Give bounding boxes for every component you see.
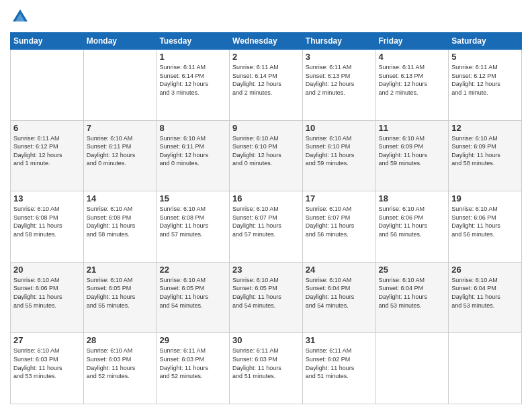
calendar-cell: 27Sunrise: 6:10 AM Sunset: 6:03 PM Dayli… xyxy=(11,333,84,404)
calendar-cell: 23Sunrise: 6:10 AM Sunset: 6:05 PM Dayli… xyxy=(230,262,303,333)
day-number: 15 xyxy=(159,193,226,203)
day-number: 11 xyxy=(379,123,446,133)
day-number: 29 xyxy=(159,335,226,345)
day-info: Sunrise: 6:10 AM Sunset: 6:07 PM Dayligh… xyxy=(306,205,373,238)
day-number: 25 xyxy=(379,265,446,275)
day-number: 26 xyxy=(451,265,519,275)
day-number: 23 xyxy=(232,265,300,275)
logo xyxy=(10,7,33,27)
day-number: 16 xyxy=(232,193,300,203)
day-number: 14 xyxy=(87,193,154,203)
day-number: 20 xyxy=(13,265,81,275)
calendar-cell: 7Sunrise: 6:10 AM Sunset: 6:11 PM Daylig… xyxy=(83,120,157,191)
calendar-cell: 13Sunrise: 6:10 AM Sunset: 6:08 PM Dayli… xyxy=(11,191,84,263)
calendar-cell: 28Sunrise: 6:10 AM Sunset: 6:03 PM Dayli… xyxy=(83,333,157,404)
day-info: Sunrise: 6:10 AM Sunset: 6:04 PM Dayligh… xyxy=(306,276,373,310)
calendar-week-3: 20Sunrise: 6:10 AM Sunset: 6:06 PM Dayli… xyxy=(11,262,522,333)
page: SundayMondayTuesdayWednesdayThursdayFrid… xyxy=(0,0,532,411)
day-info: Sunrise: 6:10 AM Sunset: 6:08 PM Dayligh… xyxy=(87,205,154,238)
calendar-cell: 24Sunrise: 6:10 AM Sunset: 6:04 PM Dayli… xyxy=(302,262,375,333)
day-number: 24 xyxy=(306,265,373,275)
calendar-cell: 14Sunrise: 6:10 AM Sunset: 6:08 PM Dayli… xyxy=(83,191,157,263)
day-info: Sunrise: 6:11 AM Sunset: 6:13 PM Dayligh… xyxy=(306,63,373,97)
calendar-table: SundayMondayTuesdayWednesdayThursdayFrid… xyxy=(10,32,522,404)
day-info: Sunrise: 6:11 AM Sunset: 6:02 PM Dayligh… xyxy=(306,347,373,380)
day-info: Sunrise: 6:10 AM Sunset: 6:11 PM Dayligh… xyxy=(87,134,154,168)
day-number: 13 xyxy=(13,193,81,203)
day-info: Sunrise: 6:10 AM Sunset: 6:10 PM Dayligh… xyxy=(232,134,300,168)
calendar-cell xyxy=(375,333,449,404)
day-number: 18 xyxy=(379,193,446,203)
calendar-cell: 22Sunrise: 6:10 AM Sunset: 6:05 PM Dayli… xyxy=(157,262,230,333)
calendar-header: SundayMondayTuesdayWednesdayThursdayFrid… xyxy=(11,33,522,50)
calendar-cell: 19Sunrise: 6:10 AM Sunset: 6:06 PM Dayli… xyxy=(449,191,522,263)
weekday-header-wednesday: Wednesday xyxy=(230,33,303,50)
calendar-cell: 11Sunrise: 6:10 AM Sunset: 6:09 PM Dayli… xyxy=(375,120,449,191)
day-number: 12 xyxy=(451,123,519,133)
calendar-cell: 20Sunrise: 6:10 AM Sunset: 6:06 PM Dayli… xyxy=(11,262,84,333)
day-info: Sunrise: 6:10 AM Sunset: 6:06 PM Dayligh… xyxy=(379,205,446,238)
day-info: Sunrise: 6:10 AM Sunset: 6:04 PM Dayligh… xyxy=(379,276,446,310)
calendar-cell: 26Sunrise: 6:10 AM Sunset: 6:04 PM Dayli… xyxy=(449,262,522,333)
calendar-body: 1Sunrise: 6:11 AM Sunset: 6:14 PM Daylig… xyxy=(11,50,522,404)
calendar-cell: 4Sunrise: 6:11 AM Sunset: 6:13 PM Daylig… xyxy=(375,50,449,121)
day-info: Sunrise: 6:10 AM Sunset: 6:08 PM Dayligh… xyxy=(159,205,226,238)
day-number: 31 xyxy=(306,335,373,345)
day-info: Sunrise: 6:11 AM Sunset: 6:12 PM Dayligh… xyxy=(451,63,519,97)
day-number: 17 xyxy=(306,193,373,203)
day-number: 7 xyxy=(87,123,154,133)
day-info: Sunrise: 6:10 AM Sunset: 6:06 PM Dayligh… xyxy=(13,276,81,310)
day-info: Sunrise: 6:10 AM Sunset: 6:05 PM Dayligh… xyxy=(159,276,226,310)
day-info: Sunrise: 6:11 AM Sunset: 6:03 PM Dayligh… xyxy=(159,347,226,380)
day-number: 3 xyxy=(306,52,373,62)
day-info: Sunrise: 6:10 AM Sunset: 6:10 PM Dayligh… xyxy=(306,134,373,168)
calendar-cell: 3Sunrise: 6:11 AM Sunset: 6:13 PM Daylig… xyxy=(302,50,375,121)
calendar-cell: 12Sunrise: 6:10 AM Sunset: 6:09 PM Dayli… xyxy=(449,120,522,191)
calendar-cell: 5Sunrise: 6:11 AM Sunset: 6:12 PM Daylig… xyxy=(449,50,522,121)
calendar-cell: 15Sunrise: 6:10 AM Sunset: 6:08 PM Dayli… xyxy=(157,191,230,263)
day-info: Sunrise: 6:10 AM Sunset: 6:03 PM Dayligh… xyxy=(87,347,154,380)
header xyxy=(10,7,522,27)
day-info: Sunrise: 6:10 AM Sunset: 6:08 PM Dayligh… xyxy=(13,205,81,238)
day-number: 4 xyxy=(379,52,446,62)
weekday-header-friday: Friday xyxy=(375,33,449,50)
day-info: Sunrise: 6:10 AM Sunset: 6:06 PM Dayligh… xyxy=(451,205,519,238)
day-info: Sunrise: 6:11 AM Sunset: 6:03 PM Dayligh… xyxy=(232,347,300,380)
calendar-cell xyxy=(83,50,157,121)
calendar-cell: 6Sunrise: 6:11 AM Sunset: 6:12 PM Daylig… xyxy=(11,120,84,191)
day-number: 28 xyxy=(87,335,154,345)
calendar-week-1: 6Sunrise: 6:11 AM Sunset: 6:12 PM Daylig… xyxy=(11,120,522,191)
weekday-row: SundayMondayTuesdayWednesdayThursdayFrid… xyxy=(11,33,522,50)
day-number: 2 xyxy=(232,52,300,62)
day-number: 22 xyxy=(159,265,226,275)
day-info: Sunrise: 6:10 AM Sunset: 6:03 PM Dayligh… xyxy=(13,347,81,380)
day-number: 27 xyxy=(13,335,81,345)
day-number: 6 xyxy=(13,123,81,133)
day-info: Sunrise: 6:11 AM Sunset: 6:14 PM Dayligh… xyxy=(159,63,226,97)
weekday-header-sunday: Sunday xyxy=(11,33,84,50)
day-info: Sunrise: 6:10 AM Sunset: 6:09 PM Dayligh… xyxy=(451,134,519,168)
day-info: Sunrise: 6:10 AM Sunset: 6:05 PM Dayligh… xyxy=(232,276,300,310)
day-number: 8 xyxy=(159,123,226,133)
day-number: 5 xyxy=(451,52,519,62)
day-info: Sunrise: 6:10 AM Sunset: 6:07 PM Dayligh… xyxy=(232,205,300,238)
calendar-cell: 10Sunrise: 6:10 AM Sunset: 6:10 PM Dayli… xyxy=(302,120,375,191)
day-info: Sunrise: 6:11 AM Sunset: 6:14 PM Dayligh… xyxy=(232,63,300,97)
day-number: 19 xyxy=(451,193,519,203)
calendar-cell xyxy=(449,333,522,404)
weekday-header-thursday: Thursday xyxy=(302,33,375,50)
calendar-week-2: 13Sunrise: 6:10 AM Sunset: 6:08 PM Dayli… xyxy=(11,191,522,263)
calendar-week-4: 27Sunrise: 6:10 AM Sunset: 6:03 PM Dayli… xyxy=(11,333,522,404)
day-info: Sunrise: 6:10 AM Sunset: 6:05 PM Dayligh… xyxy=(87,276,154,310)
day-number: 21 xyxy=(87,265,154,275)
day-number: 30 xyxy=(232,335,300,345)
calendar-cell: 2Sunrise: 6:11 AM Sunset: 6:14 PM Daylig… xyxy=(230,50,303,121)
day-info: Sunrise: 6:11 AM Sunset: 6:12 PM Dayligh… xyxy=(13,134,81,168)
calendar-cell: 9Sunrise: 6:10 AM Sunset: 6:10 PM Daylig… xyxy=(230,120,303,191)
weekday-header-saturday: Saturday xyxy=(449,33,522,50)
day-info: Sunrise: 6:11 AM Sunset: 6:13 PM Dayligh… xyxy=(379,63,446,97)
calendar-cell xyxy=(11,50,84,121)
logo-icon xyxy=(10,7,30,27)
calendar-cell: 16Sunrise: 6:10 AM Sunset: 6:07 PM Dayli… xyxy=(230,191,303,263)
calendar-cell: 18Sunrise: 6:10 AM Sunset: 6:06 PM Dayli… xyxy=(375,191,449,263)
